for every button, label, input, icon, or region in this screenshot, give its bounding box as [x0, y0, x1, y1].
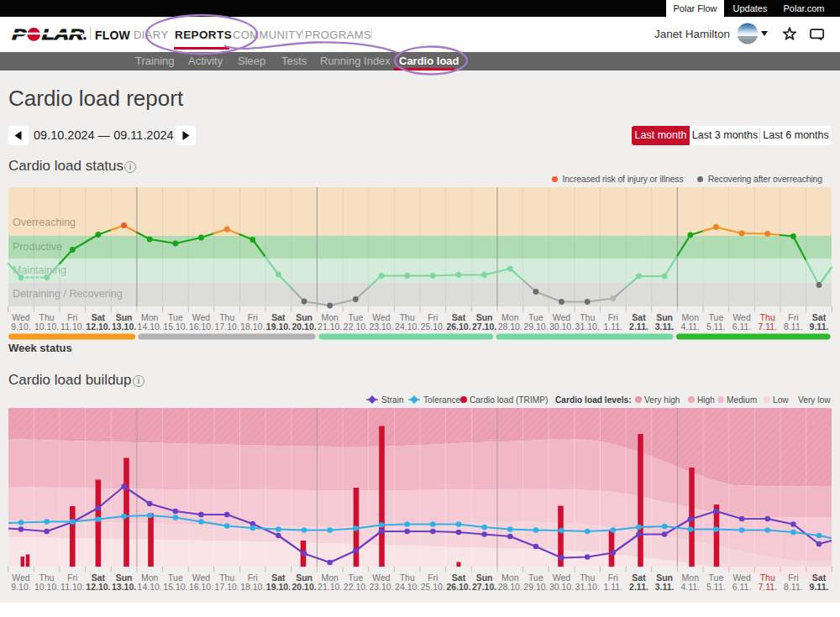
- svg-text:5.11.: 5.11.: [706, 322, 726, 332]
- svg-text:6.11.: 6.11.: [732, 582, 752, 592]
- svg-text:14.10.: 14.10.: [138, 322, 162, 332]
- svg-text:9.11.: 9.11.: [810, 582, 829, 592]
- svg-text:18.10.: 18.10.: [240, 322, 265, 332]
- svg-text:20.10.: 20.10.: [291, 582, 316, 592]
- svg-text:High: High: [697, 395, 715, 405]
- svg-text:15.10.: 15.10.: [163, 582, 187, 592]
- svg-text:6.11.: 6.11.: [732, 322, 752, 332]
- svg-text:2.11.: 2.11.: [629, 322, 648, 332]
- svg-text:30.10.: 30.10.: [549, 322, 574, 332]
- svg-text:25.10.: 25.10.: [421, 322, 445, 332]
- svg-text:29.10.: 29.10.: [523, 322, 548, 332]
- svg-text:Overreaching: Overreaching: [13, 217, 76, 228]
- svg-text:19.10.: 19.10.: [266, 322, 291, 332]
- svg-text:LAR: LAR: [42, 26, 85, 43]
- svg-text:31.10.: 31.10.: [575, 582, 600, 592]
- svg-text:17.10.: 17.10.: [215, 582, 239, 592]
- svg-text:Productive: Productive: [13, 241, 62, 253]
- svg-text:Detraining / Recovering: Detraining / Recovering: [13, 288, 123, 300]
- svg-text:21.10.: 21.10.: [318, 582, 342, 592]
- svg-text:9.10.: 9.10.: [11, 582, 30, 592]
- svg-text:P: P: [12, 26, 27, 43]
- svg-text:Cardio load (TRIMP): Cardio load (TRIMP): [470, 395, 548, 405]
- svg-text:24.10.: 24.10.: [395, 322, 419, 332]
- svg-text:12.10.: 12.10.: [86, 322, 110, 332]
- svg-text:13.10.: 13.10.: [112, 322, 136, 332]
- svg-text:7.11.: 7.11.: [758, 322, 777, 332]
- svg-text:21.10.: 21.10.: [318, 322, 342, 332]
- svg-text:27.10.: 27.10.: [472, 582, 496, 592]
- svg-text:Low: Low: [773, 395, 789, 405]
- svg-text:26.10.: 26.10.: [446, 322, 470, 332]
- svg-text:Tolerance: Tolerance: [423, 395, 461, 405]
- svg-text:Medium: Medium: [727, 395, 757, 405]
- svg-text:25.10.: 25.10.: [421, 582, 445, 592]
- svg-text:9.11.: 9.11.: [810, 322, 829, 332]
- svg-text:10.10.: 10.10.: [34, 322, 59, 332]
- svg-text:18.10.: 18.10.: [240, 582, 265, 592]
- svg-text:1.11.: 1.11.: [604, 582, 623, 592]
- svg-text:15.10.: 15.10.: [163, 322, 187, 332]
- svg-text:28.10.: 28.10.: [498, 322, 522, 332]
- svg-text:Very high: Very high: [644, 395, 680, 405]
- svg-text:28.10.: 28.10.: [498, 582, 522, 592]
- svg-text:9.10.: 9.10.: [11, 322, 30, 332]
- svg-text:1.11.: 1.11.: [604, 322, 623, 332]
- svg-text:5.11.: 5.11.: [706, 582, 726, 592]
- svg-text:4.11.: 4.11.: [681, 322, 701, 332]
- svg-text:13.10.: 13.10.: [112, 582, 136, 592]
- svg-text:8.11.: 8.11.: [784, 322, 803, 332]
- svg-text:23.10.: 23.10.: [369, 322, 393, 332]
- svg-text:3.11.: 3.11.: [655, 322, 675, 332]
- svg-text:23.10.: 23.10.: [369, 582, 393, 592]
- svg-text:22.10.: 22.10.: [344, 322, 368, 332]
- svg-text:3.11.: 3.11.: [655, 582, 675, 592]
- svg-text:10.10.: 10.10.: [34, 582, 59, 592]
- svg-text:24.10.: 24.10.: [395, 582, 419, 592]
- svg-text:19.10.: 19.10.: [266, 582, 291, 592]
- svg-text:29.10.: 29.10.: [523, 582, 548, 592]
- svg-text:Strain: Strain: [381, 395, 404, 405]
- svg-text:12.10.: 12.10.: [86, 582, 110, 592]
- svg-text:14.10.: 14.10.: [138, 582, 162, 592]
- svg-text:31.10.: 31.10.: [575, 322, 600, 332]
- svg-text:11.10.: 11.10.: [60, 322, 84, 332]
- svg-text:Cardio load levels:: Cardio load levels:: [555, 395, 632, 405]
- svg-text:17.10.: 17.10.: [215, 322, 239, 332]
- svg-text:16.10.: 16.10.: [189, 322, 213, 332]
- svg-text:27.10.: 27.10.: [472, 322, 496, 332]
- svg-text:30.10.: 30.10.: [549, 582, 574, 592]
- svg-text:26.10.: 26.10.: [446, 582, 470, 592]
- svg-text:22.10.: 22.10.: [344, 582, 368, 592]
- svg-text:7.11.: 7.11.: [758, 582, 777, 592]
- svg-text:2.11.: 2.11.: [629, 582, 648, 592]
- svg-text:4.11.: 4.11.: [681, 582, 701, 592]
- svg-text:Very low: Very low: [798, 395, 831, 405]
- svg-text:20.10.: 20.10.: [291, 322, 316, 332]
- svg-text:11.10.: 11.10.: [60, 582, 84, 592]
- svg-text:16.10.: 16.10.: [189, 582, 213, 592]
- svg-text:8.11.: 8.11.: [784, 582, 803, 592]
